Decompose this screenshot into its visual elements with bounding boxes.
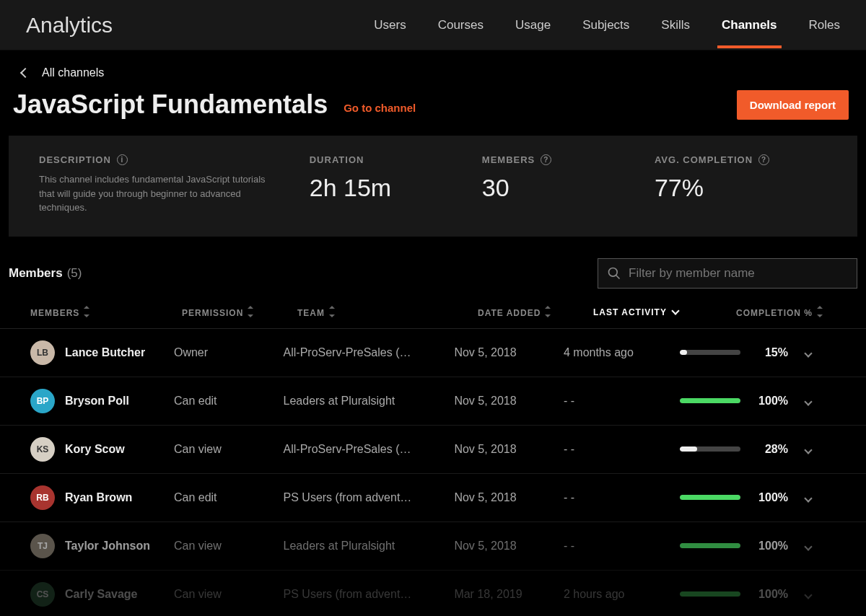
completion-bar xyxy=(680,591,740,597)
permission-value: Owner xyxy=(174,346,284,359)
member-name: Carly Savage xyxy=(65,588,138,601)
stat-duration: DURATION 2h 15m xyxy=(310,154,482,215)
member-name: Kory Scow xyxy=(65,443,125,456)
help-icon[interactable]: ? xyxy=(541,154,551,165)
stat-members: MEMBERS ? 30 xyxy=(482,154,655,215)
svg-point-0 xyxy=(609,268,618,276)
download-report-button[interactable]: Download report xyxy=(737,90,849,120)
expand-row-icon[interactable] xyxy=(801,395,815,408)
expand-row-icon[interactable] xyxy=(801,588,815,601)
tab-channels[interactable]: Channels xyxy=(722,18,777,48)
stat-description-label: DESCRIPTION xyxy=(39,154,111,165)
top-bar: Analytics Users Courses Usage Subjects S… xyxy=(0,0,866,50)
tab-usage[interactable]: Usage xyxy=(515,18,551,48)
team-value: PS Users (from advent… xyxy=(284,588,455,601)
stat-duration-label: DURATION xyxy=(310,154,364,165)
team-value: All-ProServ-PreSales (… xyxy=(284,346,455,359)
completion-value: 100% xyxy=(753,540,788,553)
tab-subjects[interactable]: Subjects xyxy=(582,18,629,48)
members-header: Members (5) xyxy=(0,237,866,293)
date-added-value: Nov 5, 2018 xyxy=(454,540,564,553)
expand-row-icon[interactable] xyxy=(801,491,815,504)
sort-icon xyxy=(329,307,335,316)
last-activity-value: - - xyxy=(564,395,680,408)
table-row[interactable]: CSCarly SavageCan viewPS Users (from adv… xyxy=(0,571,866,617)
last-activity-value: - - xyxy=(564,491,680,504)
members-label: Members xyxy=(9,266,63,281)
col-date-added[interactable]: DATE ADDED xyxy=(478,307,593,318)
channel-title: JavaScript Fundamentals xyxy=(13,89,328,120)
permission-value: Can edit xyxy=(174,395,284,408)
go-to-channel-link[interactable]: Go to channel xyxy=(344,102,416,114)
last-activity-value: 4 months ago xyxy=(564,346,680,359)
stat-avg-completion-value: 77% xyxy=(655,174,827,202)
svg-line-1 xyxy=(616,275,620,278)
expand-row-icon[interactable] xyxy=(801,443,815,456)
table-row[interactable]: LBLance ButcherOwnerAll-ProServ-PreSales… xyxy=(0,329,866,377)
stat-avg-completion-label: AVG. COMPLETION xyxy=(655,154,753,165)
team-value: PS Users (from advent… xyxy=(284,491,455,504)
completion-bar xyxy=(680,543,740,548)
permission-value: Can edit xyxy=(174,491,284,504)
tab-skills[interactable]: Skills xyxy=(661,18,690,48)
stat-description: DESCRIPTION i This channel includes fund… xyxy=(39,154,310,215)
member-name: Lance Butcher xyxy=(65,346,145,359)
table-body: LBLance ButcherOwnerAll-ProServ-PreSales… xyxy=(0,329,866,617)
col-team[interactable]: TEAM xyxy=(297,307,478,318)
completion-bar xyxy=(680,398,740,403)
completion-value: 28% xyxy=(753,443,788,456)
col-last-activity[interactable]: LAST ACTIVITY xyxy=(593,307,716,317)
avatar: TJ xyxy=(30,534,55,558)
avatar: BP xyxy=(30,389,55,413)
stats-panel: DESCRIPTION i This channel includes fund… xyxy=(9,136,857,237)
help-icon[interactable]: ? xyxy=(758,154,769,165)
permission-value: Can view xyxy=(174,540,284,553)
info-icon[interactable]: i xyxy=(117,154,128,165)
table-head: MEMBERS PERMISSION TEAM DATE ADDED LAST … xyxy=(0,293,866,329)
col-members[interactable]: MEMBERS xyxy=(30,307,182,318)
sort-icon xyxy=(84,307,89,316)
member-name: Ryan Brown xyxy=(65,491,132,504)
chevron-left-icon xyxy=(20,68,30,78)
table-row[interactable]: TJTaylor JohnsonCan viewLeaders at Plura… xyxy=(0,522,866,571)
filter-input[interactable] xyxy=(629,266,848,281)
permission-value: Can view xyxy=(174,588,284,601)
permission-value: Can view xyxy=(174,443,284,456)
sort-icon xyxy=(817,307,823,316)
last-activity-value: 2 hours ago xyxy=(564,588,680,601)
table-row[interactable]: KSKory ScowCan viewAll-ProServ-PreSales … xyxy=(0,426,866,474)
last-activity-value: - - xyxy=(564,443,680,456)
stat-members-value: 30 xyxy=(482,174,655,202)
completion-bar xyxy=(680,350,740,355)
nav-tabs: Users Courses Usage Subjects Skills Chan… xyxy=(374,2,840,48)
member-name: Bryson Poll xyxy=(65,395,129,408)
team-value: All-ProServ-PreSales (… xyxy=(284,443,455,456)
tab-courses[interactable]: Courses xyxy=(438,18,484,48)
chevron-down-icon xyxy=(671,307,679,314)
completion-bar xyxy=(680,446,740,452)
breadcrumb[interactable]: All channels xyxy=(0,50,866,87)
avatar: KS xyxy=(30,437,55,462)
tab-roles[interactable]: Roles xyxy=(809,18,840,48)
date-added-value: Nov 5, 2018 xyxy=(454,346,564,359)
tab-users[interactable]: Users xyxy=(374,18,406,48)
avatar: CS xyxy=(30,582,55,607)
table-row[interactable]: RBRyan BrownCan editPS Users (from adven… xyxy=(0,474,866,522)
date-added-value: Nov 5, 2018 xyxy=(454,491,564,504)
members-count: (5) xyxy=(67,266,82,281)
team-value: Leaders at Pluralsight xyxy=(284,540,455,553)
completion-value: 15% xyxy=(753,346,788,359)
completion-value: 100% xyxy=(753,491,788,504)
col-permission[interactable]: PERMISSION xyxy=(182,307,297,318)
title-row: JavaScript Fundamentals Go to channel Do… xyxy=(0,87,866,136)
date-added-value: Nov 5, 2018 xyxy=(454,443,564,456)
expand-row-icon[interactable] xyxy=(801,346,815,359)
completion-bar xyxy=(680,495,740,500)
date-added-value: Nov 5, 2018 xyxy=(454,395,564,408)
expand-row-icon[interactable] xyxy=(801,540,815,553)
filter-box[interactable] xyxy=(598,258,857,289)
table-row[interactable]: BPBryson PollCan editLeaders at Pluralsi… xyxy=(0,377,866,426)
sort-icon xyxy=(545,307,551,316)
col-completion[interactable]: COMPLETION % xyxy=(716,307,857,318)
stat-avg-completion: AVG. COMPLETION ? 77% xyxy=(655,154,827,215)
